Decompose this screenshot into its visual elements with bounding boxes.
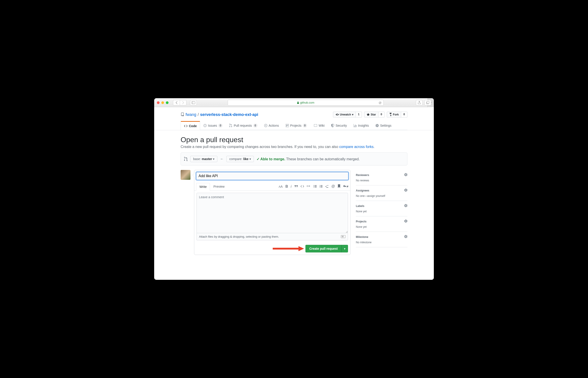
titlebar: github.com + bbox=[154, 98, 434, 107]
list-ul-icon bbox=[314, 185, 317, 188]
tab-projects[interactable]: Projects 0 bbox=[282, 121, 310, 130]
ol-button[interactable]: 123 bbox=[319, 185, 323, 189]
svg-rect-17 bbox=[320, 185, 323, 186]
task-button[interactable] bbox=[325, 185, 328, 189]
gear-icon bbox=[404, 235, 407, 238]
pr-layout: Write Preview AA B i bbox=[181, 170, 407, 255]
tab-code[interactable]: Code bbox=[181, 121, 200, 130]
assignees-content: No one—assign yourself bbox=[356, 194, 407, 198]
projects-count: 0 bbox=[303, 123, 307, 128]
tabs-button[interactable] bbox=[424, 100, 431, 105]
refresh-button[interactable] bbox=[379, 101, 382, 105]
comment-tabs: Write Preview AA B i bbox=[194, 183, 350, 190]
nav-buttons bbox=[173, 100, 186, 105]
merge-check: ✓ Able to merge. bbox=[257, 157, 285, 161]
svg-point-10 bbox=[314, 185, 314, 186]
svg-point-12 bbox=[314, 186, 314, 187]
mention-button[interactable]: @ bbox=[331, 184, 335, 189]
reply-button[interactable]: ▾ bbox=[343, 184, 348, 189]
tab-wiki[interactable]: Wiki bbox=[310, 121, 328, 130]
tab-settings-label: Settings bbox=[380, 124, 392, 127]
link-button[interactable] bbox=[307, 185, 310, 189]
quote-button[interactable] bbox=[295, 185, 298, 189]
sidebar-labels: Labels None yet bbox=[356, 201, 407, 216]
pr-title-input[interactable] bbox=[196, 172, 348, 180]
create-pr-button[interactable]: Create pull request bbox=[305, 245, 341, 252]
tab-pulls[interactable]: Pull requests 0 bbox=[226, 121, 261, 130]
fork-label: Fork bbox=[393, 113, 399, 116]
base-branch-button[interactable]: base: master ▾ bbox=[190, 156, 217, 162]
watchers-count[interactable]: 1 bbox=[356, 112, 362, 118]
repo-separator: / bbox=[198, 112, 199, 117]
back-button[interactable] bbox=[173, 100, 180, 105]
tasklist-icon bbox=[325, 185, 328, 188]
bookmark-icon bbox=[338, 184, 340, 188]
pr-main: Write Preview AA B i bbox=[181, 170, 351, 255]
share-icon bbox=[418, 101, 421, 104]
star-button[interactable]: Star bbox=[364, 112, 378, 118]
stars-count[interactable]: 0 bbox=[379, 112, 385, 118]
comment-textarea[interactable] bbox=[196, 193, 348, 233]
chevron-down-icon: ▾ bbox=[352, 113, 353, 116]
milestone-gear[interactable] bbox=[404, 235, 407, 239]
compare-branch-button[interactable]: compare: like ▾ bbox=[226, 156, 254, 162]
compare-box: base: master ▾ ← compare: like ▾ ✓ Able … bbox=[181, 152, 407, 165]
unwatch-button[interactable]: Unwatch ▾ bbox=[333, 112, 356, 118]
tab-settings[interactable]: Settings bbox=[372, 121, 395, 130]
tab-security[interactable]: Security bbox=[328, 121, 350, 130]
markdown-icon[interactable]: M↓ bbox=[341, 235, 346, 238]
svg-rect-15 bbox=[315, 187, 317, 188]
fork-button[interactable]: Fork bbox=[387, 112, 401, 118]
sidebar-projects: Projects None yet bbox=[356, 216, 407, 232]
code-button[interactable] bbox=[301, 185, 304, 189]
bold-button[interactable]: B bbox=[286, 185, 288, 189]
projects-gear[interactable] bbox=[404, 219, 407, 224]
assignees-gear[interactable] bbox=[404, 189, 407, 193]
md-toolbar: AA B i bbox=[279, 184, 348, 189]
labels-gear[interactable] bbox=[404, 204, 407, 208]
tab-security-label: Security bbox=[335, 124, 347, 127]
minimize-window-button[interactable] bbox=[161, 101, 164, 104]
repo-owner-link[interactable]: fwang bbox=[185, 112, 196, 117]
tab-projects-label: Projects bbox=[290, 124, 302, 127]
tab-issues-label: Issues bbox=[208, 124, 217, 127]
milestone-title: Milestone bbox=[356, 235, 368, 239]
svg-marker-23 bbox=[299, 246, 304, 251]
page-desc: Create a new pull request by comparing c… bbox=[181, 145, 407, 149]
ul-button[interactable] bbox=[314, 185, 317, 189]
italic-button[interactable]: i bbox=[291, 185, 291, 189]
chevron-left-icon bbox=[175, 101, 177, 104]
reponav: Code Issues 0 Pull requests 0 Actions bbox=[181, 121, 407, 130]
reply-icon bbox=[343, 185, 347, 188]
create-pr-dropdown[interactable]: ▾ bbox=[341, 245, 348, 252]
close-window-button[interactable] bbox=[157, 101, 159, 104]
reviewers-gear[interactable] bbox=[404, 173, 407, 177]
repohead: fwang / serverless-stack-demo-ext-api Un… bbox=[181, 107, 407, 130]
sidebar-toggle-button[interactable] bbox=[190, 100, 197, 105]
svg-rect-0 bbox=[192, 101, 195, 104]
tab-insights[interactable]: Insights bbox=[350, 121, 372, 130]
gear-icon bbox=[404, 173, 407, 176]
repo-actions: Unwatch ▾ 1 Star 0 bbox=[333, 112, 407, 118]
repo-icon bbox=[181, 113, 184, 117]
assign-yourself-link[interactable]: No one—assign yourself bbox=[356, 194, 385, 198]
page-content: fwang / serverless-stack-demo-ext-api Un… bbox=[154, 107, 434, 280]
forks-count[interactable]: 0 bbox=[401, 112, 407, 118]
reference-button[interactable] bbox=[338, 184, 340, 189]
tab-actions[interactable]: Actions bbox=[261, 121, 282, 130]
compare-forks-link[interactable]: compare across forks bbox=[339, 145, 374, 149]
merge-status: ✓ Able to merge. These branches can be a… bbox=[257, 157, 360, 161]
avatar[interactable] bbox=[181, 170, 190, 180]
tab-issues[interactable]: Issues 0 bbox=[200, 121, 226, 130]
url-bar[interactable]: github.com bbox=[228, 100, 384, 106]
issue-icon bbox=[203, 124, 207, 127]
repo-name-link[interactable]: serverless-stack-demo-ext-api bbox=[200, 112, 258, 117]
heading-button[interactable]: AA bbox=[279, 185, 283, 189]
tab-preview[interactable]: Preview bbox=[210, 183, 228, 190]
tab-write[interactable]: Write bbox=[196, 183, 210, 190]
attach-hint[interactable]: Attach files by dragging & dropping, sel… bbox=[196, 233, 348, 240]
forward-button[interactable] bbox=[180, 100, 186, 105]
arrow-left-icon: ← bbox=[220, 157, 224, 161]
share-button[interactable] bbox=[416, 100, 423, 105]
zoom-window-button[interactable] bbox=[166, 101, 169, 104]
